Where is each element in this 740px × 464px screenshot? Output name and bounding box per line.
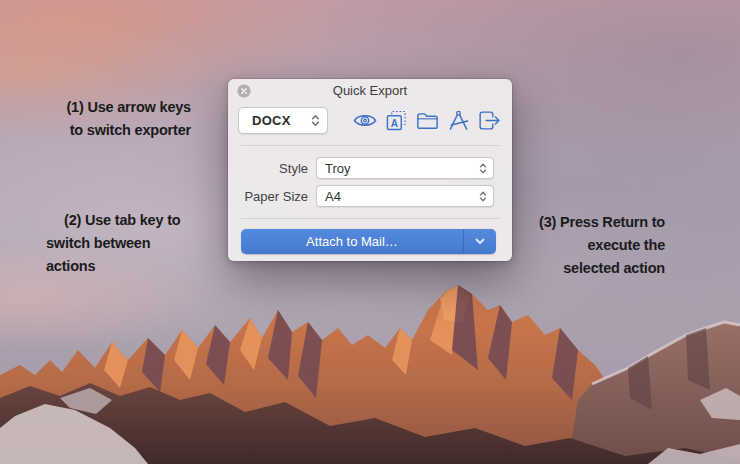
attach-to-mail-button[interactable]: Attach to Mail… [241, 229, 463, 254]
exporter-value: DOCX [252, 113, 311, 128]
style-row: Style Troy [228, 157, 494, 179]
stepper-chevrons-icon [479, 162, 487, 175]
paper-size-row: Paper Size A4 [228, 185, 494, 207]
window-title: Quick Export [228, 83, 512, 98]
style-label: Style [228, 161, 316, 176]
save-to-folder-button[interactable] [415, 109, 439, 133]
boxed-a-icon: A [386, 110, 407, 131]
text-preview-button[interactable]: A [384, 109, 408, 133]
export-arrow-icon [478, 110, 501, 131]
quick-export-window: Quick Export DOCX [228, 79, 512, 261]
stepper-chevrons-icon [311, 113, 320, 128]
style-value: Troy [325, 161, 479, 176]
open-in-app-button[interactable] [446, 109, 470, 133]
style-select[interactable]: Troy [316, 157, 494, 179]
action-dropdown-toggle[interactable] [463, 229, 496, 254]
stepper-chevrons-icon [479, 190, 487, 203]
annotation-line: switch between [46, 232, 216, 255]
eye-icon [353, 112, 377, 129]
action-row: Attach to Mail… [241, 229, 496, 254]
export-toolbar: A [353, 108, 501, 133]
paper-size-select[interactable]: A4 [316, 185, 494, 207]
chevron-down-icon [475, 238, 485, 245]
paper-size-label: Paper Size [228, 189, 316, 204]
wallpaper-mountains [0, 280, 740, 464]
desktop: (1) Use arrow keys to switch exporter (2… [0, 0, 740, 464]
svg-text:A: A [390, 118, 397, 129]
annotation-switch-exporter: (1) Use arrow keys to switch exporter [28, 96, 191, 142]
separator [241, 145, 499, 146]
annotation-line: actions [46, 255, 216, 278]
titlebar: Quick Export [228, 79, 512, 103]
exporter-select[interactable]: DOCX [238, 107, 328, 134]
annotation-line: to switch exporter [28, 119, 191, 142]
annotation-line: (1) Use arrow keys [28, 96, 191, 119]
paper-size-value: A4 [325, 189, 479, 204]
folder-icon [416, 112, 439, 130]
share-button[interactable] [477, 109, 501, 133]
exporter-row: DOCX A [238, 107, 501, 134]
separator [241, 218, 499, 219]
annotation-switch-actions: (2) Use tab key to switch between action… [46, 209, 216, 278]
annotation-line: (2) Use tab key to [46, 209, 216, 232]
preview-button[interactable] [353, 109, 377, 133]
drafting-a-icon [447, 110, 470, 131]
